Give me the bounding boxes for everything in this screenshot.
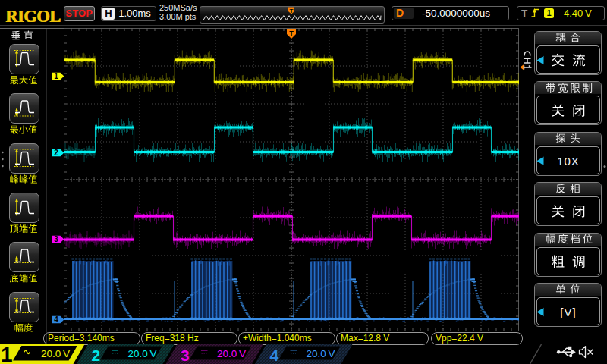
svg-text:4: 4 [270, 347, 279, 364]
svg-text:2: 2 [92, 347, 101, 364]
svg-text:20.0 V: 20.0 V [128, 348, 157, 359]
svg-text:2: 2 [54, 149, 58, 157]
svg-text:1: 1 [1, 343, 13, 364]
svg-text:20.0 V: 20.0 V [307, 348, 335, 359]
svg-text:3: 3 [181, 347, 190, 364]
svg-text:1: 1 [54, 72, 58, 80]
svg-text:[V]: [V] [560, 306, 576, 318]
svg-text:T: T [290, 8, 294, 14]
svg-text:10X: 10X [557, 155, 580, 168]
svg-text:3: 3 [54, 235, 58, 243]
svg-text:20.0 V: 20.0 V [41, 348, 70, 359]
svg-text:20.0 V: 20.0 V [217, 348, 246, 359]
svg-text:4: 4 [54, 315, 58, 324]
svg-text:T: T [289, 30, 294, 37]
